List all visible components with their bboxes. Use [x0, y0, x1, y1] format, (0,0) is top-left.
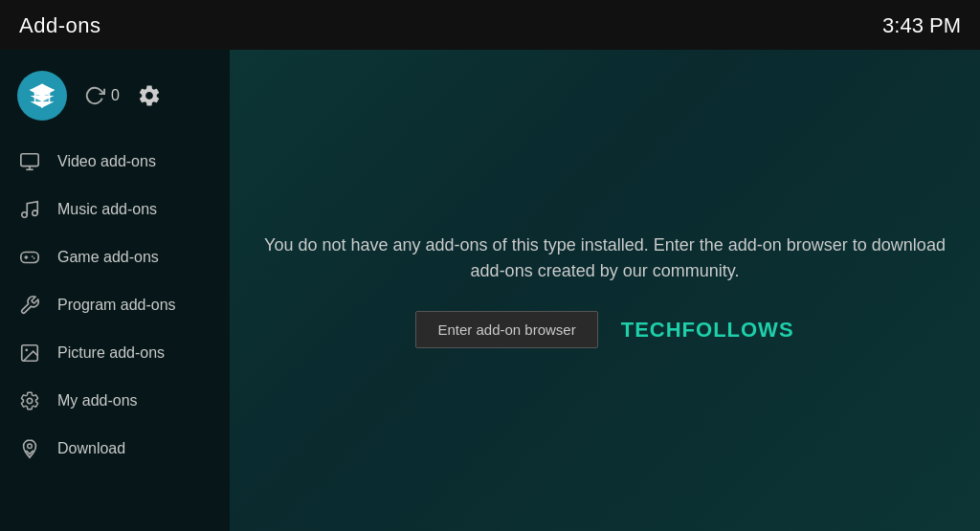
- sidebar-label-game-addons: Game add-ons: [57, 249, 159, 266]
- package-svg-icon: [28, 81, 56, 110]
- refresh-icon: [84, 85, 105, 106]
- svg-point-15: [25, 348, 28, 351]
- refresh-count: 0: [111, 87, 120, 104]
- music-icon: [17, 197, 42, 222]
- sidebar-label-picture-addons: Picture add-ons: [57, 344, 165, 362]
- sidebar-label-my-addons: My add-ons: [57, 392, 138, 409]
- svg-point-12: [33, 257, 35, 259]
- svg-point-11: [32, 255, 33, 257]
- settings-icon: [137, 83, 162, 108]
- sidebar-item-music-addons[interactable]: Music add-ons: [0, 186, 230, 233]
- refresh-button[interactable]: 0: [84, 85, 120, 106]
- page-title: Add-ons: [19, 13, 100, 38]
- main-content: You do not have any add-ons of this type…: [230, 50, 980, 531]
- sidebar-label-program-addons: Program add-ons: [57, 297, 176, 314]
- content-message-area: You do not have any add-ons of this type…: [264, 232, 946, 348]
- svg-point-8: [33, 210, 38, 216]
- video-icon: [17, 149, 42, 174]
- picture-icon: [17, 341, 42, 365]
- sidebar-item-my-addons[interactable]: My add-ons: [0, 377, 230, 425]
- sidebar-label-music-addons: Music add-ons: [57, 201, 157, 218]
- content-actions-row: Enter add-on browser TECHFOLLOWS: [415, 311, 793, 348]
- sidebar-label-download: Download: [57, 440, 125, 457]
- sidebar-top-bar: 0: [0, 59, 230, 138]
- sidebar-item-picture-addons[interactable]: Picture add-ons: [0, 329, 230, 377]
- sidebar-navigation: Video add-ons Music add-ons: [0, 138, 230, 473]
- enter-addon-browser-button[interactable]: Enter add-on browser: [415, 311, 597, 348]
- sidebar-item-video-addons[interactable]: Video add-ons: [0, 138, 230, 186]
- svg-rect-13: [21, 253, 38, 263]
- brand-logo: TECHFOLLOWS: [621, 318, 794, 343]
- svg-point-7: [22, 212, 28, 218]
- program-icon: [17, 293, 42, 318]
- my-addons-icon: [17, 388, 42, 413]
- header: Add-ons 3:43 PM: [0, 0, 980, 50]
- sidebar-item-game-addons[interactable]: Game add-ons: [0, 233, 230, 281]
- current-time: 3:43 PM: [882, 13, 961, 38]
- download-icon: [17, 436, 42, 461]
- svg-point-16: [27, 398, 33, 404]
- sidebar: 0 Video add-ons: [0, 50, 230, 531]
- svg-rect-4: [21, 154, 38, 166]
- no-addons-message: You do not have any add-ons of this type…: [264, 232, 946, 284]
- sidebar-item-download[interactable]: Download: [0, 425, 230, 473]
- game-icon: [17, 245, 42, 270]
- settings-button[interactable]: [137, 83, 162, 108]
- svg-point-17: [28, 444, 33, 449]
- sidebar-label-video-addons: Video add-ons: [57, 153, 156, 170]
- main-layout: 0 Video add-ons: [0, 50, 980, 531]
- sidebar-item-program-addons[interactable]: Program add-ons: [0, 281, 230, 329]
- addon-package-icon[interactable]: [17, 71, 67, 121]
